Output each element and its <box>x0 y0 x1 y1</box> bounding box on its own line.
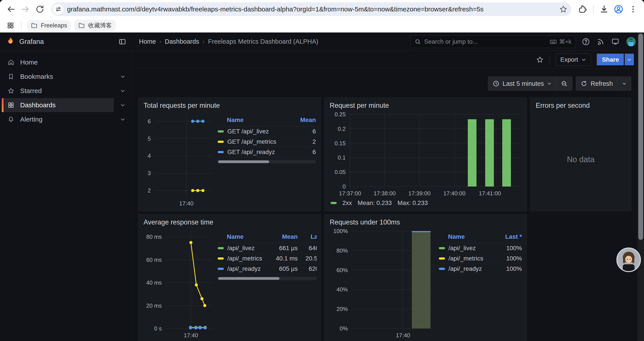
chevron-down-icon <box>622 81 627 86</box>
help-icon[interactable] <box>582 38 590 46</box>
legend-header-name[interactable]: Name <box>227 233 268 240</box>
legend-row[interactable]: /api/_readyz 100% <box>439 264 522 274</box>
bookmark-folder-freeleaps[interactable]: Freeleaps <box>27 20 71 31</box>
series-color-pill[interactable] <box>218 130 224 133</box>
svg-text:40%: 40% <box>336 286 348 293</box>
svg-text:17:40:00: 17:40:00 <box>443 190 465 197</box>
bookmark-star-icon[interactable] <box>559 5 568 14</box>
share-menu-button[interactable] <box>624 54 634 66</box>
panel-title[interactable]: Requests under 100ms <box>330 218 523 226</box>
legend-header-last[interactable]: Last * <box>498 233 522 240</box>
chevron-down-icon[interactable] <box>120 74 126 80</box>
svg-text:17:38:00: 17:38:00 <box>374 190 396 197</box>
panel-requests-under-100ms[interactable]: Requests under 100ms 100%80%60%40%20%0%1… <box>324 214 527 341</box>
legend-row[interactable]: GET /api/_livez 6 <box>218 126 316 137</box>
legend-table: Name Mean GET /api/_livez <box>214 111 317 208</box>
address-bar[interactable] <box>51 3 571 16</box>
legend-hscrollbar[interactable] <box>218 160 316 163</box>
sidebar-item-bookmarks[interactable]: Bookmarks <box>0 70 131 84</box>
svg-text:4: 4 <box>148 153 151 159</box>
series-color-pill[interactable] <box>218 257 224 260</box>
search-box[interactable]: ⌘+k <box>410 35 576 48</box>
profile-icon[interactable] <box>612 3 625 15</box>
search-input[interactable] <box>424 38 546 45</box>
panel-title[interactable]: Errors per second <box>536 102 627 110</box>
forward-icon[interactable] <box>19 3 32 15</box>
chevron-down-icon <box>627 57 632 62</box>
grafana-top-nav: Grafana Home › Dashboards › Freeleaps Me… <box>0 33 644 51</box>
legend-row[interactable]: /api/_readyz 605 µs 620 µs <box>218 264 317 274</box>
series-color-pill[interactable] <box>218 151 224 153</box>
sidebar-item-dashboards[interactable]: Dashboards <box>0 98 131 112</box>
svg-text:0.05: 0.05 <box>334 169 346 175</box>
breadcrumb-home[interactable]: Home <box>139 38 156 45</box>
breadcrumb-dashboards[interactable]: Dashboards <box>165 38 199 45</box>
back-icon[interactable] <box>5 3 17 15</box>
grafana-app: Grafana Home › Dashboards › Freeleaps Me… <box>0 33 644 341</box>
chevron-down-icon[interactable] <box>120 117 126 122</box>
share-button[interactable]: Share <box>597 54 624 66</box>
series-color-pill[interactable] <box>439 257 445 260</box>
svg-text:20%: 20% <box>336 306 348 312</box>
refresh-interval-button[interactable] <box>617 77 631 90</box>
page-scrollbar[interactable] <box>638 33 644 341</box>
legend-row[interactable]: /api/_livez 661 µs 646 µs <box>218 243 317 253</box>
panel-title[interactable]: Total requests per minute <box>144 102 317 110</box>
refresh-button[interactable]: Refresh <box>576 77 617 90</box>
sidebar-item-home[interactable]: Home <box>0 55 131 69</box>
panel-average-response-time[interactable]: Average response time 80 ms60 ms40 ms20 … <box>138 214 321 341</box>
average-response-time-chart[interactable]: 80 ms60 ms40 ms20 ms0 s17:40 <box>142 228 214 340</box>
series-color-pill[interactable] <box>439 247 445 249</box>
legend-header-mean[interactable]: Mean <box>296 117 316 124</box>
url-input[interactable] <box>67 6 559 13</box>
reload-icon[interactable] <box>34 3 46 15</box>
kiosk-monitor-icon[interactable] <box>611 38 620 46</box>
legend-row[interactable]: /api/_livez 100% <box>439 243 522 253</box>
no-data-message: No data <box>534 111 627 208</box>
requests-under-100ms-chart[interactable]: 100%80%60%40%20%0%17:40 <box>328 228 436 340</box>
series-color-pill[interactable] <box>218 247 224 249</box>
scrollbar-thumb[interactable] <box>638 34 643 240</box>
extensions-icon[interactable] <box>576 3 589 15</box>
site-settings-icon[interactable] <box>53 4 64 15</box>
legend-row[interactable]: /api/_metrics 100% <box>439 253 522 264</box>
chevron-down-icon[interactable] <box>120 88 126 94</box>
downloads-icon[interactable] <box>598 3 610 15</box>
sidebar-item-alerting[interactable]: Alerting <box>0 112 131 126</box>
svg-text:0: 0 <box>342 183 346 190</box>
browser-menu-icon[interactable] <box>627 3 639 15</box>
legend-row[interactable]: GET /api/_metrics 2 <box>218 137 316 147</box>
request-per-minute-chart[interactable]: 0.250.20.150.10.05017:37:0017:38:0017:39… <box>328 111 523 198</box>
total-requests-chart[interactable]: 6543217:40 <box>142 111 214 208</box>
news-rss-icon[interactable] <box>597 38 604 46</box>
legend-hscrollbar[interactable] <box>218 277 317 280</box>
legend-row[interactable]: GET /api/_readyz 6 <box>218 147 316 157</box>
legend-header-name[interactable]: Name <box>448 233 498 240</box>
panel-title[interactable]: Request per minute <box>330 102 523 110</box>
sidebar-item-starred[interactable]: Starred <box>0 84 131 98</box>
zoom-out-button[interactable] <box>556 77 572 90</box>
panel-total-requests[interactable]: Total requests per minute 6543217:40 Nam… <box>138 97 321 211</box>
series-color-pill[interactable] <box>218 141 224 143</box>
series-color-pill[interactable] <box>218 268 224 270</box>
user-avatar[interactable] <box>626 37 636 47</box>
floating-avatar[interactable] <box>616 247 641 272</box>
legend-line[interactable]: 2xx Mean: 0.233 Max: 0.233 <box>328 198 523 208</box>
mega-menu-toggle-icon[interactable] <box>118 38 126 46</box>
legend-header-name[interactable]: Name <box>227 117 296 124</box>
panel-title[interactable]: Average response time <box>144 218 317 226</box>
apps-grid-icon[interactable] <box>5 20 16 31</box>
panel-request-per-minute[interactable]: Request per minute 0.250.20.150.10.05017… <box>324 97 527 211</box>
legend-header-last[interactable]: Last * <box>298 233 317 240</box>
panel-errors-per-second[interactable]: Errors per second No data <box>530 97 631 211</box>
bookmark-folder-blogs[interactable]: 收藏博客 <box>74 20 116 31</box>
favorite-star-icon[interactable] <box>536 56 544 64</box>
export-button[interactable]: Export <box>556 54 591 66</box>
legend-header-mean[interactable]: Mean <box>268 233 298 240</box>
chevron-down-icon <box>547 81 552 86</box>
legend-row[interactable]: /api/_metrics 40.1 ms 20.5 ms <box>218 253 317 264</box>
chevron-down-icon[interactable] <box>120 102 126 108</box>
series-color-pill[interactable] <box>439 268 445 270</box>
series-color-pill <box>330 202 337 204</box>
time-range-picker[interactable]: Last 5 minutes <box>488 77 556 90</box>
